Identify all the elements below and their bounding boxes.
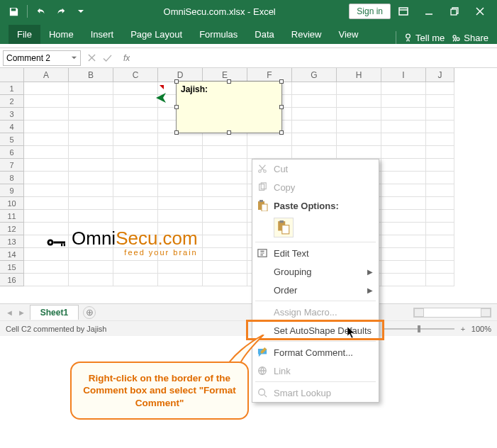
- menu-link[interactable]: Link: [252, 362, 379, 380]
- row-header[interactable]: 7: [0, 159, 24, 172]
- tab-formulas[interactable]: Formulas: [191, 25, 246, 44]
- paste-option-icon[interactable]: [274, 218, 294, 237]
- col-header[interactable]: B: [69, 68, 113, 82]
- svg-point-24: [259, 170, 262, 173]
- resize-handle[interactable]: [174, 130, 179, 135]
- menu-smart-lookup[interactable]: Smart Lookup: [252, 383, 379, 402]
- col-header[interactable]: G: [292, 68, 337, 82]
- tab-insert[interactable]: Insert: [82, 25, 123, 44]
- row-header[interactable]: 3: [0, 108, 24, 121]
- resize-handle[interactable]: [279, 105, 284, 109]
- sign-in-button[interactable]: Sign in: [349, 4, 391, 19]
- col-header[interactable]: D: [158, 68, 203, 82]
- next-sheet-icon[interactable]: ►: [18, 308, 26, 317]
- row-header[interactable]: 5: [0, 133, 24, 146]
- tab-data[interactable]: Data: [246, 25, 282, 44]
- restore-icon[interactable]: [442, 1, 467, 21]
- tab-review[interactable]: Review: [283, 25, 330, 44]
- redo-icon[interactable]: [52, 2, 70, 21]
- cancel-icon[interactable]: [88, 52, 96, 65]
- resize-handle[interactable]: [174, 79, 179, 84]
- svg-rect-15: [64, 243, 65, 246]
- enter-icon[interactable]: [103, 52, 112, 65]
- row-header[interactable]: 8: [0, 172, 24, 184]
- qat-dropdown-icon[interactable]: [72, 2, 90, 21]
- paste-icon: [256, 199, 269, 212]
- menu-format-comment[interactable]: Format Comment...: [252, 343, 379, 362]
- zoom-in-icon[interactable]: +: [459, 325, 467, 333]
- minimize-icon[interactable]: [416, 1, 442, 21]
- context-menu: Cut Copy Paste Options: Edit Text Groupi…: [252, 159, 379, 403]
- comment-box[interactable]: Jajish:: [176, 81, 282, 133]
- tab-file[interactable]: File: [9, 25, 40, 44]
- tab-page-layout[interactable]: Page Layout: [122, 25, 191, 44]
- fx-label[interactable]: fx: [123, 53, 130, 63]
- row-header[interactable]: 6: [0, 146, 24, 159]
- menu-grouping[interactable]: Grouping▶: [252, 262, 379, 281]
- add-sheet-button[interactable]: ⊕: [83, 306, 96, 319]
- row-header[interactable]: 14: [0, 248, 24, 261]
- menu-copy[interactable]: Copy: [252, 178, 379, 196]
- undo-icon[interactable]: [32, 2, 50, 21]
- menu-assign-macro[interactable]: Assign Macro...: [252, 303, 379, 321]
- menu-edit-text[interactable]: Edit Text: [252, 244, 379, 262]
- menu-order[interactable]: Order▶: [252, 281, 379, 299]
- col-header[interactable]: H: [337, 68, 381, 82]
- col-header[interactable]: J: [426, 68, 454, 82]
- share-button[interactable]: Share: [452, 33, 488, 43]
- col-header[interactable]: E: [203, 68, 247, 82]
- horizontal-scrollbar[interactable]: [413, 308, 491, 318]
- row-header[interactable]: 2: [0, 95, 24, 108]
- svg-point-25: [264, 170, 267, 173]
- menu-cut[interactable]: Cut: [252, 159, 379, 178]
- chevron-down-icon[interactable]: [71, 53, 77, 63]
- col-header[interactable]: I: [381, 68, 426, 82]
- svg-rect-34: [279, 220, 284, 223]
- row-header[interactable]: 15: [0, 261, 24, 274]
- cut-icon: [256, 162, 269, 175]
- prev-sheet-icon[interactable]: ◄: [6, 308, 13, 317]
- svg-point-38: [259, 389, 265, 396]
- row-header[interactable]: 1: [0, 82, 24, 95]
- name-box[interactable]: Comment 2: [3, 50, 81, 66]
- row-header[interactable]: 9: [0, 184, 24, 197]
- omnisecu-logo: OmniSecu.com feed your brain: [46, 228, 198, 257]
- tab-view[interactable]: View: [330, 25, 367, 44]
- menu-set-autoshape-defaults[interactable]: Set AutoShape Defaults: [252, 321, 379, 340]
- col-header[interactable]: C: [113, 68, 158, 82]
- resize-handle[interactable]: [227, 79, 231, 84]
- resize-handle[interactable]: [227, 130, 231, 135]
- scroll-right-icon[interactable]: [481, 308, 491, 317]
- row-header[interactable]: 10: [0, 197, 24, 210]
- save-icon[interactable]: [4, 2, 23, 21]
- row-header[interactable]: 13: [0, 235, 24, 248]
- col-header[interactable]: A: [24, 68, 69, 82]
- formula-bar-input[interactable]: [130, 50, 497, 66]
- zoom-value[interactable]: 100%: [471, 325, 491, 333]
- scroll-left-icon[interactable]: [414, 308, 424, 317]
- sheet-tab[interactable]: Sheet1: [30, 305, 79, 320]
- submenu-arrow-icon: ▶: [367, 268, 373, 276]
- resize-handle[interactable]: [279, 130, 284, 135]
- svg-point-12: [49, 241, 51, 243]
- close-icon[interactable]: [467, 1, 493, 21]
- row-header[interactable]: 11: [0, 210, 24, 223]
- menu-paste-option[interactable]: [252, 215, 379, 240]
- smart-lookup-icon: [256, 386, 269, 399]
- col-header[interactable]: F: [247, 68, 292, 82]
- resize-handle[interactable]: [279, 79, 284, 84]
- svg-rect-31: [259, 200, 263, 202]
- row-header[interactable]: 16: [0, 274, 24, 286]
- row-header[interactable]: 4: [0, 121, 24, 133]
- zoom-slider[interactable]: − + 100%: [371, 325, 491, 333]
- select-all-corner[interactable]: [0, 68, 24, 82]
- tab-home[interactable]: Home: [40, 25, 82, 44]
- svg-point-6: [406, 34, 411, 38]
- row-header[interactable]: 12: [0, 223, 24, 235]
- submenu-arrow-icon: ▶: [367, 286, 373, 294]
- ribbon-display-options-icon[interactable]: [391, 1, 416, 21]
- tell-me[interactable]: Tell me: [403, 33, 445, 43]
- resize-handle[interactable]: [174, 105, 179, 109]
- comment-author: Jajish:: [181, 84, 208, 94]
- menu-paste-options-header: Paste Options:: [252, 196, 379, 215]
